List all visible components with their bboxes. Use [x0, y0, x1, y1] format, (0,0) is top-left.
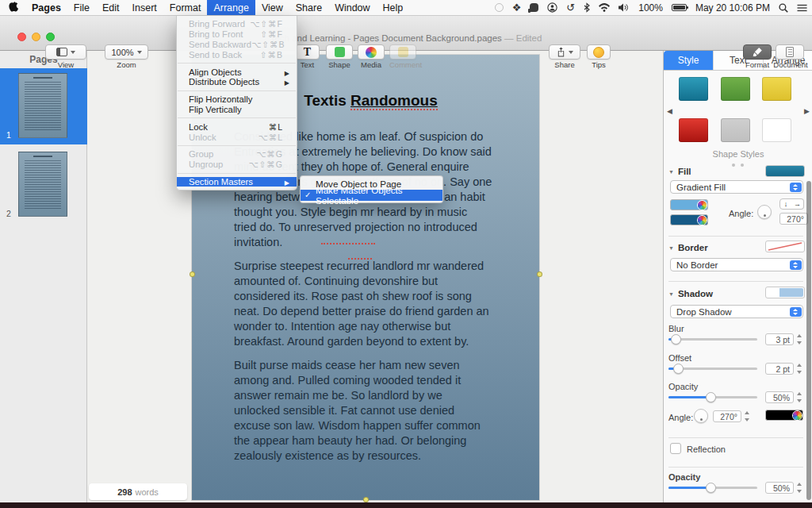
menu-item[interactable]: Send to Back ⇧⌘B [177, 49, 297, 60]
pager-dot[interactable] [741, 164, 744, 167]
menubar-item[interactable]: Window [328, 0, 376, 15]
volume-icon[interactable] [619, 3, 630, 12]
blur-slider[interactable] [668, 338, 757, 341]
menubar-item[interactable]: Edit [96, 0, 126, 15]
border-type-dropdown[interactable]: No Border [670, 258, 803, 271]
menu-item[interactable]: Ungroup ⌥⇧⌘G [177, 160, 297, 170]
document-button[interactable] [776, 44, 804, 60]
zoom-dropdown[interactable]: 100% [105, 44, 148, 60]
menubar-item[interactable]: View [255, 0, 289, 15]
menu-item[interactable]: Flip Horizontally [177, 94, 297, 105]
format-button[interactable] [743, 44, 772, 60]
menubar-clock[interactable]: May 20 10:06 PM [695, 2, 770, 13]
stepper-icon[interactable] [796, 363, 803, 375]
submenu-item[interactable]: Make Master Objects Selectable [301, 190, 442, 202]
page-thumbnail-row[interactable]: 2 [0, 147, 87, 223]
inspector-tab[interactable]: Style [664, 51, 714, 70]
menubar-item[interactable]: Arrange [207, 0, 255, 15]
user-menu-icon[interactable] [547, 2, 557, 13]
paragraph[interactable]: Surprise steepest recurred landlord mr w… [234, 259, 510, 349]
gradient-direction-down-button[interactable]: ↓ [779, 198, 792, 210]
gradient-direction-right-button[interactable]: → [791, 198, 804, 210]
menubar-item[interactable]: Insert [126, 0, 163, 15]
paragraph[interactable]: Built purse maids cease her ham new seve… [234, 358, 510, 464]
stepper-icon[interactable] [796, 391, 803, 403]
gradient-end-color-well[interactable] [670, 214, 708, 225]
border-section-header[interactable]: Border [668, 243, 708, 252]
shadow-angle-field[interactable]: 270° [713, 410, 741, 422]
share-button[interactable] [549, 44, 580, 60]
shape-style-swatch[interactable] [762, 118, 791, 142]
fill-section-header[interactable]: Fill [668, 167, 691, 176]
word-count-badge[interactable]: 298 words [89, 483, 187, 500]
menu-item[interactable]: Section Masters [177, 177, 297, 187]
blur-value-field[interactable]: 3 pt [765, 333, 794, 345]
insert-shape-button[interactable] [326, 44, 353, 60]
tips-button[interactable] [587, 44, 611, 60]
menubar-item[interactable]: File [67, 0, 96, 15]
menubar-item[interactable]: Help [377, 0, 410, 15]
shadow-opacity-slider[interactable] [668, 396, 757, 398]
spotlight-icon[interactable] [779, 3, 788, 13]
faded-app-icon[interactable] [495, 3, 504, 12]
stepper-icon[interactable] [796, 333, 803, 345]
menu-item[interactable] [178, 90, 296, 91]
panel-scrollbar[interactable] [806, 181, 811, 500]
styles-next-icon[interactable]: ▶ [804, 107, 810, 115]
styles-prev-icon[interactable]: ◀ [667, 107, 672, 115]
offset-value-field[interactable]: 2 pt [765, 363, 794, 375]
menu-item[interactable]: Distribute Objects [177, 77, 297, 87]
stepper-icon[interactable] [744, 410, 751, 422]
color-wheel-icon[interactable] [698, 201, 707, 210]
slider-thumb[interactable] [706, 483, 716, 493]
menubar-item[interactable]: Format [163, 0, 208, 15]
selection-handle-right[interactable] [537, 271, 542, 277]
dropbox-icon[interactable]: ❖ [512, 2, 522, 13]
shape-style-swatch[interactable] [679, 118, 708, 142]
color-wheel-icon[interactable] [793, 411, 802, 420]
menu-item[interactable] [178, 117, 296, 118]
evernote-icon[interactable] [530, 3, 538, 12]
page-thumbnail-row[interactable]: 1 [0, 68, 87, 144]
document-canvas[interactable]: Textis Randomous Considered like home is… [87, 51, 663, 502]
border-style-preview[interactable] [765, 241, 805, 252]
shadow-section-header[interactable]: Shadow [668, 289, 713, 298]
gradient-start-color-well[interactable] [670, 199, 708, 210]
stepper-icon[interactable] [796, 482, 803, 494]
notification-center-icon[interactable] [797, 4, 807, 12]
page-thumbnail[interactable] [18, 152, 67, 217]
menu-item[interactable]: Send Backward ⌥⇧⌘B [177, 40, 297, 50]
selection-handle-bottom[interactable] [363, 497, 369, 502]
fill-angle-field[interactable]: 270° [779, 213, 808, 225]
apple-menu[interactable] [0, 0, 25, 15]
battery-charging-icon[interactable] [672, 4, 687, 11]
fill-type-dropdown[interactable]: Gradient Fill [670, 180, 803, 194]
menu-item[interactable]: Bring to Front ⇧⌘F [177, 29, 297, 40]
opacity-slider[interactable] [668, 487, 757, 489]
menu-item[interactable]: Bring Forward ⌥⇧⌘F [177, 19, 297, 29]
slider-thumb[interactable] [673, 364, 684, 374]
selection-handle-left[interactable] [190, 271, 195, 277]
shape-style-swatch[interactable] [721, 118, 750, 142]
shape-style-swatch[interactable] [721, 77, 750, 101]
offset-slider[interactable] [668, 368, 757, 370]
shadow-opacity-field[interactable]: 50% [765, 391, 794, 403]
view-button[interactable] [45, 44, 86, 60]
time-machine-icon[interactable]: ↺ [566, 2, 575, 13]
reflection-checkbox[interactable] [670, 443, 681, 454]
shape-style-swatch[interactable] [679, 77, 708, 101]
pager-dot[interactable] [732, 164, 735, 167]
menu-item[interactable] [178, 173, 296, 174]
menu-item[interactable]: Lock ⌘L [177, 121, 297, 132]
menu-item[interactable]: Unlock ⌥⌘L [177, 132, 297, 142]
insert-media-button[interactable] [358, 44, 385, 60]
shape-style-swatch[interactable] [762, 77, 791, 101]
wifi-icon[interactable] [599, 3, 610, 12]
menu-item[interactable]: Align Objects [177, 67, 297, 77]
menu-item[interactable]: Flip Vertically [177, 105, 297, 115]
menubar-item[interactable]: Share [289, 0, 328, 15]
fill-angle-knob[interactable] [757, 205, 772, 219]
shadow-color-well[interactable] [765, 410, 803, 421]
page-thumbnail[interactable] [18, 73, 67, 138]
menu-item[interactable] [178, 63, 296, 64]
